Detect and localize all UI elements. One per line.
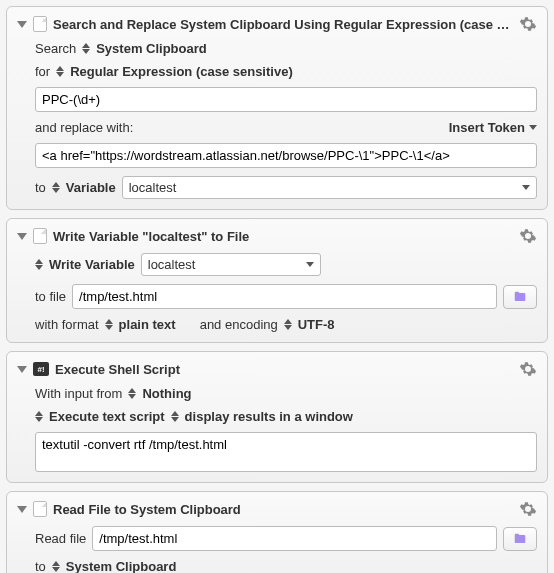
disclosure-icon[interactable] (17, 506, 27, 513)
disclosure-icon[interactable] (17, 233, 27, 240)
gear-icon[interactable] (519, 15, 537, 33)
updown-icon[interactable] (52, 182, 60, 193)
choose-folder-button[interactable] (503, 285, 537, 309)
chevron-down-icon (529, 125, 537, 130)
input-value[interactable]: Nothing (142, 386, 191, 401)
display-mode[interactable]: display results in a window (185, 409, 353, 424)
updown-icon[interactable] (171, 411, 179, 422)
terminal-icon: #! (33, 362, 49, 376)
pattern-input[interactable] (35, 87, 537, 112)
action-write-variable: Write Variable "localtest" to File Write… (6, 218, 548, 343)
format-value[interactable]: plain text (119, 317, 176, 332)
for-label: for (35, 64, 50, 79)
file-path-input[interactable] (72, 284, 497, 309)
format-label: with format (35, 317, 99, 332)
action-header: Read File to System Clipboard (17, 500, 537, 518)
document-icon (33, 501, 47, 517)
to-label: to (35, 180, 46, 195)
action-search-replace: Search and Replace System Clipboard Usin… (6, 6, 548, 210)
variable-select[interactable]: localtest (122, 176, 537, 199)
insert-token-button[interactable]: Insert Token (449, 120, 537, 135)
clipboard-icon (33, 16, 47, 32)
variable-select[interactable]: localtest (141, 253, 321, 276)
updown-icon[interactable] (284, 319, 292, 330)
document-icon (33, 228, 47, 244)
action-execute-shell: #! Execute Shell Script With input from … (6, 351, 548, 483)
updown-icon[interactable] (56, 66, 64, 77)
action-header: #! Execute Shell Script (17, 360, 537, 378)
gear-icon[interactable] (519, 500, 537, 518)
write-var-label[interactable]: Write Variable (49, 257, 135, 272)
variable-value: localtest (129, 180, 516, 195)
replace-label: and replace with: (35, 120, 133, 135)
updown-icon[interactable] (52, 561, 60, 572)
dest-type[interactable]: Variable (66, 180, 116, 195)
encoding-label: and encoding (200, 317, 278, 332)
action-title: Execute Shell Script (55, 362, 513, 377)
action-title: Read File to System Clipboard (53, 502, 513, 517)
input-label: With input from (35, 386, 122, 401)
chevron-down-icon (522, 185, 530, 190)
action-header: Search and Replace System Clipboard Usin… (17, 15, 537, 33)
script-input[interactable] (35, 432, 537, 472)
exec-mode[interactable]: Execute text script (49, 409, 165, 424)
variable-value: localtest (148, 257, 300, 272)
to-label: to (35, 559, 46, 573)
updown-icon[interactable] (35, 259, 43, 270)
regex-mode[interactable]: Regular Expression (case sensitive) (70, 64, 293, 79)
action-header: Write Variable "localtest" to File (17, 227, 537, 245)
chevron-down-icon (306, 262, 314, 267)
disclosure-icon[interactable] (17, 366, 27, 373)
updown-icon[interactable] (35, 411, 43, 422)
replacement-input[interactable] (35, 143, 537, 168)
encoding-value[interactable]: UTF-8 (298, 317, 335, 332)
gear-icon[interactable] (519, 360, 537, 378)
to-file-label: to file (35, 289, 66, 304)
updown-icon[interactable] (128, 388, 136, 399)
search-source[interactable]: System Clipboard (96, 41, 207, 56)
disclosure-icon[interactable] (17, 21, 27, 28)
updown-icon[interactable] (82, 43, 90, 54)
gear-icon[interactable] (519, 227, 537, 245)
read-file-label: Read file (35, 531, 86, 546)
updown-icon[interactable] (105, 319, 113, 330)
action-title: Search and Replace System Clipboard Usin… (53, 17, 513, 32)
dest-value[interactable]: System Clipboard (66, 559, 177, 573)
insert-token-label: Insert Token (449, 120, 525, 135)
file-path-input[interactable] (92, 526, 497, 551)
search-label: Search (35, 41, 76, 56)
action-title: Write Variable "localtest" to File (53, 229, 513, 244)
choose-folder-button[interactable] (503, 527, 537, 551)
action-read-file: Read File to System Clipboard Read file … (6, 491, 548, 573)
